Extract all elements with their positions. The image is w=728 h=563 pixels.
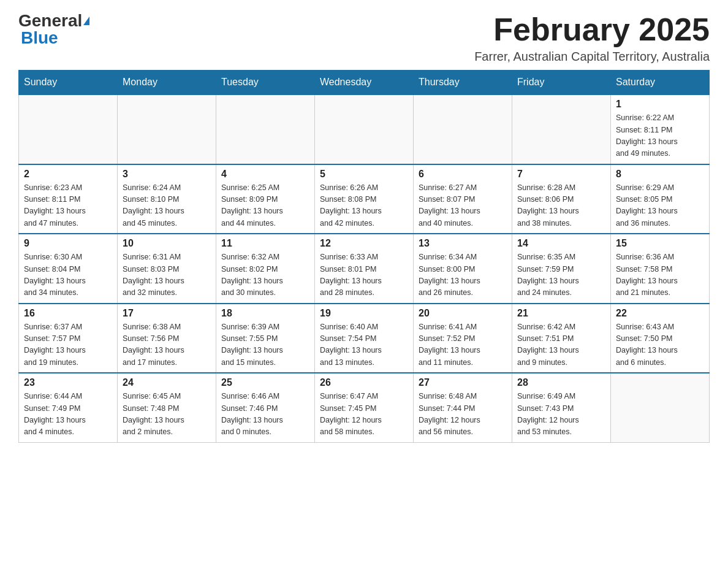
day-number: 24 [123,377,211,388]
calendar-cell: 7Sunrise: 6:28 AMSunset: 8:06 PMDaylight… [512,164,611,234]
day-info: Sunrise: 6:24 AMSunset: 8:10 PMDaylight:… [123,182,211,230]
day-number: 12 [320,238,408,249]
column-header-friday: Friday [512,71,611,95]
day-number: 16 [24,308,112,319]
day-info: Sunrise: 6:26 AMSunset: 8:08 PMDaylight:… [320,182,408,230]
day-info: Sunrise: 6:32 AMSunset: 8:02 PMDaylight:… [221,251,309,299]
calendar-cell: 4Sunrise: 6:25 AMSunset: 8:09 PMDaylight… [216,164,315,234]
day-number: 27 [419,377,507,388]
day-info: Sunrise: 6:22 AMSunset: 8:11 PMDaylight:… [616,112,704,160]
calendar-cell: 19Sunrise: 6:40 AMSunset: 7:54 PMDayligh… [315,304,414,373]
day-number: 8 [616,169,704,180]
week-row-3: 9Sunrise: 6:30 AMSunset: 8:04 PMDaylight… [19,234,710,304]
day-number: 1 [616,99,704,110]
calendar-cell: 8Sunrise: 6:29 AMSunset: 8:05 PMDaylight… [611,164,710,234]
day-number: 23 [24,377,112,388]
calendar-cell: 11Sunrise: 6:32 AMSunset: 8:02 PMDayligh… [216,234,315,304]
column-header-saturday: Saturday [611,71,710,95]
day-info: Sunrise: 6:23 AMSunset: 8:11 PMDaylight:… [24,182,112,230]
month-title: February 2025 [474,12,710,47]
column-header-wednesday: Wednesday [315,71,414,95]
calendar-cell: 22Sunrise: 6:43 AMSunset: 7:50 PMDayligh… [611,304,710,373]
calendar-cell: 17Sunrise: 6:38 AMSunset: 7:56 PMDayligh… [118,304,216,373]
title-block: February 2025 Farrer, Australian Capital… [474,12,710,64]
day-info: Sunrise: 6:43 AMSunset: 7:50 PMDaylight:… [616,321,704,369]
calendar-cell: 20Sunrise: 6:41 AMSunset: 7:52 PMDayligh… [414,304,512,373]
calendar-cell: 9Sunrise: 6:30 AMSunset: 8:04 PMDaylight… [19,234,118,304]
day-number: 13 [419,238,507,249]
calendar-cell: 28Sunrise: 6:49 AMSunset: 7:43 PMDayligh… [512,373,611,442]
day-info: Sunrise: 6:38 AMSunset: 7:56 PMDaylight:… [123,321,211,369]
day-number: 2 [24,169,112,180]
day-number: 6 [419,169,507,180]
calendar-cell: 25Sunrise: 6:46 AMSunset: 7:46 PMDayligh… [216,373,315,442]
day-info: Sunrise: 6:46 AMSunset: 7:46 PMDaylight:… [221,391,309,439]
calendar-cell: 10Sunrise: 6:31 AMSunset: 8:03 PMDayligh… [118,234,216,304]
day-info: Sunrise: 6:39 AMSunset: 7:55 PMDaylight:… [221,321,309,369]
location-title: Farrer, Australian Capital Territory, Au… [474,50,710,64]
day-info: Sunrise: 6:40 AMSunset: 7:54 PMDaylight:… [320,321,408,369]
logo-triangle-icon [83,17,89,25]
calendar-cell: 26Sunrise: 6:47 AMSunset: 7:45 PMDayligh… [315,373,414,442]
day-info: Sunrise: 6:27 AMSunset: 8:07 PMDaylight:… [419,182,507,230]
calendar-cell [118,94,216,164]
day-info: Sunrise: 6:36 AMSunset: 7:58 PMDaylight:… [616,251,704,299]
calendar-cell [414,94,512,164]
day-info: Sunrise: 6:31 AMSunset: 8:03 PMDaylight:… [123,251,211,299]
day-info: Sunrise: 6:28 AMSunset: 8:06 PMDaylight:… [517,182,605,230]
calendar-cell: 13Sunrise: 6:34 AMSunset: 8:00 PMDayligh… [414,234,512,304]
logo: General Blue [18,12,89,47]
day-info: Sunrise: 6:30 AMSunset: 8:04 PMDaylight:… [24,251,112,299]
day-number: 17 [123,308,211,319]
day-info: Sunrise: 6:34 AMSunset: 8:00 PMDaylight:… [419,251,507,299]
week-row-1: 1Sunrise: 6:22 AMSunset: 8:11 PMDaylight… [19,94,710,164]
day-number: 9 [24,238,112,249]
day-info: Sunrise: 6:37 AMSunset: 7:57 PMDaylight:… [24,321,112,369]
day-info: Sunrise: 6:29 AMSunset: 8:05 PMDaylight:… [616,182,704,230]
calendar-header-row: SundayMondayTuesdayWednesdayThursdayFrid… [19,71,710,95]
calendar-cell: 1Sunrise: 6:22 AMSunset: 8:11 PMDaylight… [611,94,710,164]
calendar-cell: 23Sunrise: 6:44 AMSunset: 7:49 PMDayligh… [19,373,118,442]
calendar-cell [216,94,315,164]
day-number: 25 [221,377,309,388]
logo-blue-text: Blue [21,29,58,47]
day-info: Sunrise: 6:33 AMSunset: 8:01 PMDaylight:… [320,251,408,299]
column-header-sunday: Sunday [19,71,118,95]
day-number: 4 [221,169,309,180]
day-info: Sunrise: 6:44 AMSunset: 7:49 PMDaylight:… [24,391,112,439]
calendar-cell: 21Sunrise: 6:42 AMSunset: 7:51 PMDayligh… [512,304,611,373]
calendar-cell: 6Sunrise: 6:27 AMSunset: 8:07 PMDaylight… [414,164,512,234]
day-number: 28 [517,377,605,388]
calendar-cell: 3Sunrise: 6:24 AMSunset: 8:10 PMDaylight… [118,164,216,234]
calendar-table: SundayMondayTuesdayWednesdayThursdayFrid… [18,70,710,443]
day-info: Sunrise: 6:48 AMSunset: 7:44 PMDaylight:… [419,391,507,439]
day-number: 5 [320,169,408,180]
week-row-2: 2Sunrise: 6:23 AMSunset: 8:11 PMDaylight… [19,164,710,234]
calendar-cell [315,94,414,164]
calendar-cell: 15Sunrise: 6:36 AMSunset: 7:58 PMDayligh… [611,234,710,304]
day-info: Sunrise: 6:25 AMSunset: 8:09 PMDaylight:… [221,182,309,230]
day-number: 10 [123,238,211,249]
logo-general-text: General [18,12,82,29]
calendar-cell: 12Sunrise: 6:33 AMSunset: 8:01 PMDayligh… [315,234,414,304]
calendar-cell: 18Sunrise: 6:39 AMSunset: 7:55 PMDayligh… [216,304,315,373]
calendar-cell: 14Sunrise: 6:35 AMSunset: 7:59 PMDayligh… [512,234,611,304]
column-header-tuesday: Tuesday [216,71,315,95]
calendar-cell: 5Sunrise: 6:26 AMSunset: 8:08 PMDaylight… [315,164,414,234]
calendar-cell: 24Sunrise: 6:45 AMSunset: 7:48 PMDayligh… [118,373,216,442]
calendar-cell: 27Sunrise: 6:48 AMSunset: 7:44 PMDayligh… [414,373,512,442]
day-number: 26 [320,377,408,388]
day-number: 7 [517,169,605,180]
day-number: 18 [221,308,309,319]
day-number: 21 [517,308,605,319]
day-info: Sunrise: 6:41 AMSunset: 7:52 PMDaylight:… [419,321,507,369]
day-number: 22 [616,308,704,319]
day-number: 3 [123,169,211,180]
page-header: General Blue February 2025 Farrer, Austr… [18,12,710,64]
calendar-cell [512,94,611,164]
day-number: 19 [320,308,408,319]
calendar-cell: 2Sunrise: 6:23 AMSunset: 8:11 PMDaylight… [19,164,118,234]
day-info: Sunrise: 6:47 AMSunset: 7:45 PMDaylight:… [320,391,408,439]
calendar-cell [611,373,710,442]
calendar-cell: 16Sunrise: 6:37 AMSunset: 7:57 PMDayligh… [19,304,118,373]
